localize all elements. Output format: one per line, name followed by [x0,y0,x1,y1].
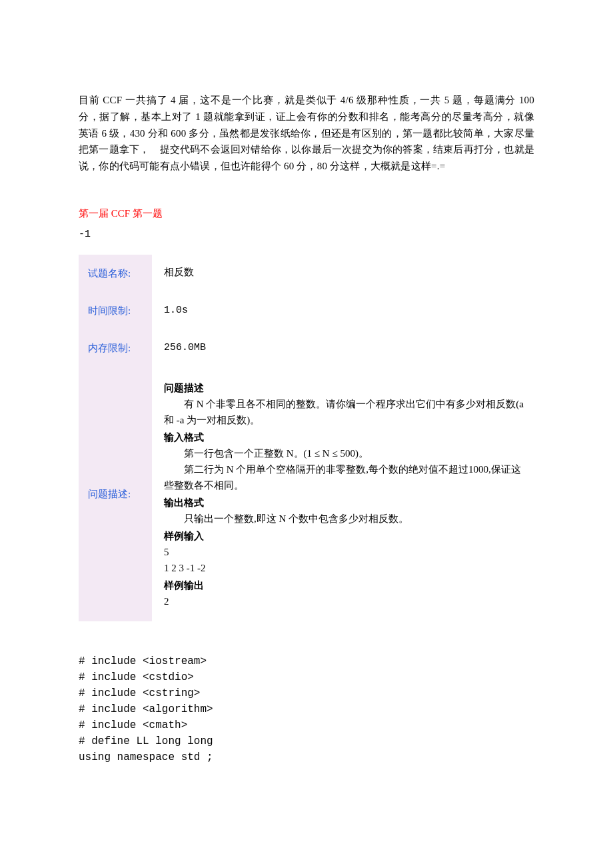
label-description: 问题描述: [79,367,152,621]
problem-desc-text: 有 N 个非零且各不相同的整数。请你编一个程序求出它们中有多少对相反数(a 和 … [164,396,528,428]
label-name: 试题名称: [79,255,152,292]
leading-line: -1 [79,227,534,243]
code-block: # include <iostream> # include <cstdio> … [79,653,534,765]
output-format-text: 只输出一个整数,即这 N 个数中包含多少对相反数。 [164,511,528,527]
description-block: 问题描述 有 N 个非零且各不相同的整数。请你编一个程序求出它们中有多少对相反数… [152,367,534,621]
sample-output-line: 2 [164,593,528,609]
intro-paragraph: 目前 CCF 一共搞了 4 届，这不是一个比赛，就是类似于 4/6 级那种性质，… [79,92,534,175]
value-description-cell: 问题描述 有 N 个非零且各不相同的整数。请你编一个程序求出它们中有多少对相反数… [152,367,534,621]
row-time: 时间限制: 1.0s [79,292,534,329]
problem-desc-heading: 问题描述 [164,380,528,396]
label-time: 时间限制: [79,292,152,329]
output-format-heading: 输出格式 [164,495,528,511]
sample-input-line1: 5 [164,544,528,560]
value-name: 相反数 [152,255,534,292]
problem-info-table: 试题名称: 相反数 时间限制: 1.0s 内存限制: 256.0MB 问题描述:… [79,255,534,621]
value-time: 1.0s [152,292,534,329]
label-memory: 内存限制: [79,329,152,367]
sample-input-line2: 1 2 3 -1 -2 [164,560,528,576]
row-name: 试题名称: 相反数 [79,255,534,292]
input-format-line1: 第一行包含一个正整数 N。(1 ≤ N ≤ 500)。 [164,445,528,461]
input-format-heading: 输入格式 [164,429,528,445]
document-page: 目前 CCF 一共搞了 4 届，这不是一个比赛，就是类似于 4/6 级那种性质，… [0,0,613,868]
row-description: 问题描述: 问题描述 有 N 个非零且各不相同的整数。请你编一个程序求出它们中有… [79,367,534,621]
sample-output-heading: 样例输出 [164,577,528,593]
input-format-line2: 第二行为 N 个用单个空格隔开的非零整数,每个数的绝对值不超过1000,保证这些… [164,461,528,493]
sample-input-heading: 样例输入 [164,528,528,544]
value-memory: 256.0MB [152,329,534,367]
row-memory: 内存限制: 256.0MB [79,329,534,367]
section-title: 第一届 CCF 第一题 [79,205,534,221]
